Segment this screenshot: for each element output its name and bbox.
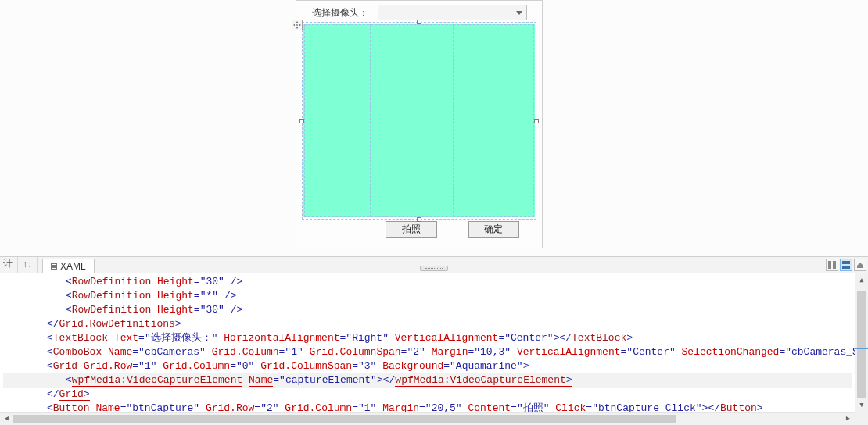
code-line[interactable]: <ComboBox Name="cbCameras" Grid.Column="…: [3, 345, 852, 359]
video-capture-area[interactable]: [303, 24, 535, 217]
svg-rect-4: [857, 266, 863, 268]
code-line[interactable]: </Grid>: [3, 388, 852, 402]
preview-window[interactable]: 选择摄像头： 拍照 确定: [296, 0, 543, 248]
xaml-tab[interactable]: XAML: [42, 259, 95, 273]
svg-rect-1: [833, 261, 836, 269]
scrollbar-corner: [855, 412, 868, 425]
capture-button[interactable]: 拍照: [386, 221, 437, 238]
pane-splitter-bar[interactable]: 计 ↑↓ XAML: [0, 257, 868, 273]
preview-grid: 选择摄像头： 拍照 确定: [303, 1, 535, 241]
code-line[interactable]: </Grid.RowDefinitions>: [3, 317, 852, 331]
scroll-marker: [855, 348, 868, 349]
svg-rect-3: [842, 266, 850, 269]
design-tab-fragment[interactable]: 计: [0, 257, 17, 273]
code-line[interactable]: <wpfMedia:VideoCaptureElement Name="capt…: [3, 373, 852, 388]
scroll-right-icon[interactable]: ▸: [841, 412, 855, 425]
designer-surface[interactable]: 选择摄像头： 拍照 确定: [0, 0, 868, 257]
ok-button[interactable]: 确定: [468, 221, 520, 238]
scrollbar-thumb[interactable]: [857, 291, 866, 398]
expand-pane-icon[interactable]: [854, 259, 866, 271]
horizontal-split-icon[interactable]: [840, 259, 852, 271]
svg-rect-0: [828, 261, 831, 269]
camera-combobox[interactable]: [378, 5, 527, 20]
xaml-tab-icon: [51, 263, 57, 270]
select-camera-label: 选择摄像头：: [303, 1, 370, 24]
code-line[interactable]: <TextBlock Text="选择摄像头：" HorizontalAlign…: [3, 331, 852, 345]
svg-rect-2: [842, 261, 850, 264]
code-line[interactable]: <Grid Grid.Row="1" Grid.Column="0" Grid.…: [3, 359, 852, 373]
horizontal-scrollbar[interactable]: ◂ ▸: [0, 412, 855, 425]
code-line[interactable]: <RowDefinition Height="*" />: [3, 289, 852, 303]
code-line[interactable]: <RowDefinition Height="30" />: [3, 275, 852, 289]
code-content[interactable]: <RowDefinition Height="30" /><RowDefinit…: [3, 275, 852, 425]
vertical-scrollbar[interactable]: ▴ ▾: [855, 273, 868, 412]
move-handle-icon[interactable]: [292, 20, 303, 30]
code-line[interactable]: <RowDefinition Height="30" />: [3, 303, 852, 317]
xaml-code-editor[interactable]: <RowDefinition Height="30" /><RowDefinit…: [0, 273, 868, 425]
scroll-up-icon[interactable]: ▴: [855, 273, 868, 287]
xaml-tab-label: XAML: [60, 261, 86, 272]
scroll-down-icon[interactable]: ▾: [855, 398, 868, 412]
splitter-grip[interactable]: [420, 266, 448, 271]
vertical-split-icon[interactable]: [826, 259, 838, 271]
scrollbar-thumb-h[interactable]: [13, 415, 676, 423]
swap-panes-icon[interactable]: ↑↓: [17, 257, 38, 273]
scroll-left-icon[interactable]: ◂: [0, 412, 13, 425]
pane-layout-tools: [826, 259, 866, 271]
